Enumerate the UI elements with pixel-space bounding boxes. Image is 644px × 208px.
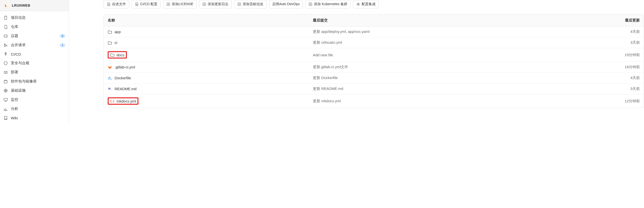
folder-icon (110, 53, 114, 57)
file-name-text: .gitlab-ci.yml (114, 65, 135, 69)
cell-name[interactable]: app (104, 26, 309, 37)
sidebar-item-0[interactable]: 项目信息 (0, 13, 69, 22)
quick-action-0[interactable]: 自述文件 (104, 0, 129, 9)
cell-name[interactable]: ci (104, 37, 309, 48)
cell-commit[interactable]: Add new file (309, 48, 568, 62)
cell-name[interactable]: .gitlab-ci.yml (104, 62, 309, 73)
table-row[interactable]: app更新 app/deploy.yml, app/svc.yaml4天前 (104, 26, 644, 37)
table-row[interactable]: docsAdd new file19分钟前 (104, 48, 644, 62)
sidebar-item-label: 软件包与镜像库 (11, 79, 65, 84)
sidebar-item-label: 安全与合规 (11, 61, 65, 65)
sidebar-header[interactable]: L LRUNWEB (0, 0, 69, 11)
col-name[interactable]: 名称 (104, 15, 309, 26)
quick-action-2[interactable]: 添加LICENSE (163, 0, 196, 9)
sidebar-item-label: 项目信息 (11, 15, 65, 20)
cell-commit[interactable]: 更新 mkdocs.yml (309, 94, 568, 108)
sidebar-item-3[interactable]: 合并请求1 (0, 41, 69, 50)
cell-commit[interactable]: 更新 Dockerfile (309, 73, 568, 83)
sidebar-item-8[interactable]: 基础设施 (0, 86, 69, 95)
quick-action-3[interactable]: 添加更新日志 (199, 0, 232, 9)
file-name-text: ci (114, 41, 117, 45)
markdown-icon: M↓ (108, 87, 112, 91)
sidebar-item-1[interactable]: 仓库 (0, 22, 69, 31)
quick-action-7[interactable]: 配置集成 (353, 0, 379, 9)
sidebar-item-6[interactable]: 部署 (0, 68, 69, 77)
svg-rect-1 (109, 78, 110, 78)
sidebar-item-label: 部署 (11, 70, 65, 75)
table-row[interactable]: {..}mkdocs.yml更新 mkdocs.yml12分钟前 (104, 94, 644, 108)
issues-icon (4, 34, 8, 38)
merge-icon (4, 43, 8, 47)
table-row[interactable]: Dockerfile更新 Dockerfile4天前 (104, 73, 644, 83)
sidebar-badge: 1 (60, 43, 65, 47)
monitor-icon (4, 97, 8, 102)
analytics-icon (4, 107, 8, 111)
file-table-body: app更新 app/deploy.yml, app/svc.yaml4天前ci更… (104, 26, 644, 108)
sidebar-item-5[interactable]: 安全与合规 (0, 59, 69, 68)
cell-commit[interactable]: 更新 app/deploy.yml, app/svc.yaml (309, 26, 568, 37)
cell-name[interactable]: docs (104, 48, 309, 62)
file-doc-icon (107, 2, 110, 6)
quick-action-label: 配置集成 (362, 2, 376, 7)
quick-action-label: CI/CD 配置 (140, 2, 158, 7)
svg-rect-2 (110, 78, 111, 78)
sidebar-list: 项目信息仓库议题0合并请求1CI/CD安全与合规部署软件包与镜像库基础设施监控分… (0, 11, 69, 124)
col-updated[interactable]: 最后更新 (568, 15, 644, 26)
book-icon (4, 116, 8, 120)
table-row[interactable]: ci更新 ci/localci.yml3天前 (104, 37, 644, 48)
cell-name[interactable]: {..}mkdocs.yml (104, 94, 309, 108)
cell-commit[interactable]: 更新 README.md (309, 83, 568, 94)
sidebar-item-label: 仓库 (11, 25, 65, 29)
gitlab-icon (108, 65, 112, 69)
sidebar-item-label: 议题 (11, 34, 60, 38)
sidebar-item-10[interactable]: 分析 (0, 104, 69, 113)
file-name-text: docs (116, 53, 124, 57)
sidebar-item-label: Wiki (11, 116, 65, 120)
sidebar-item-label: 基础设施 (11, 88, 65, 93)
quick-action-5[interactable]: 启用Auto DevOps (269, 0, 303, 9)
package-icon (4, 79, 8, 84)
yaml-icon: {..} (110, 99, 114, 103)
folder-icon (108, 30, 112, 34)
sidebar-item-7[interactable]: 软件包与镜像库 (0, 77, 69, 86)
svg-rect-3 (109, 77, 110, 77)
cell-commit[interactable]: 更新.gitlab-ci.yml文件 (309, 62, 568, 73)
main-content: 自述文件CI/CD 配置添加LICENSE添加更新日志添加贡献信息启用Auto … (69, 0, 644, 124)
quick-action-4[interactable]: 添加贡献信息 (234, 0, 266, 9)
cell-updated: 16分钟前 (568, 62, 644, 73)
folder-icon (108, 41, 112, 45)
table-row[interactable]: M↓README.md更新 README.md3天前 (104, 83, 644, 94)
col-commit[interactable]: 最后提交 (309, 15, 568, 26)
file-table-wrap: 名称 最后提交 最后更新 app更新 app/deploy.yml, app/s… (104, 14, 644, 108)
plus-icon (166, 2, 170, 6)
sidebar-item-label: 分析 (11, 107, 65, 111)
quick-action-label: 添加LICENSE (172, 2, 194, 7)
sidebar-item-9[interactable]: 监控 (0, 95, 69, 104)
sidebar-badge: 0 (60, 34, 65, 38)
quick-action-6[interactable]: 添加 Kubernetes 集群 (305, 0, 350, 9)
svg-rect-0 (108, 78, 109, 78)
cell-updated: 4天前 (568, 26, 644, 37)
cell-updated: 4天前 (568, 73, 644, 83)
plus-icon (202, 2, 206, 6)
quick-actions-row: 自述文件CI/CD 配置添加LICENSE添加更新日志添加贡献信息启用Auto … (104, 0, 644, 11)
table-row[interactable]: .gitlab-ci.yml更新.gitlab-ci.yml文件16分钟前 (104, 62, 644, 73)
file-table: 名称 最后提交 最后更新 app更新 app/deploy.yml, app/s… (104, 15, 644, 108)
deploy-icon (4, 70, 8, 75)
quick-action-label: 添加更新日志 (208, 2, 228, 7)
quick-action-label: 添加贡献信息 (243, 2, 263, 7)
sidebar-item-label: 监控 (11, 97, 65, 102)
quick-action-1[interactable]: CI/CD 配置 (132, 0, 161, 9)
cell-name[interactable]: Dockerfile (104, 73, 309, 83)
cell-name[interactable]: M↓README.md (104, 83, 309, 94)
file-name-text: Dockerfile (114, 76, 131, 80)
file-name-text: mkdocs.yml (116, 99, 136, 103)
cell-updated: 3天前 (568, 37, 644, 48)
sidebar-item-2[interactable]: 议题0 (0, 31, 69, 41)
sidebar-item-11[interactable]: Wiki (0, 113, 69, 122)
info-icon (4, 16, 8, 20)
cell-updated: 12分钟前 (568, 94, 644, 108)
cell-commit[interactable]: 更新 ci/localci.yml (309, 37, 568, 48)
quick-action-label: 添加 Kubernetes 集群 (314, 2, 347, 7)
sidebar-item-4[interactable]: CI/CD (0, 50, 69, 59)
